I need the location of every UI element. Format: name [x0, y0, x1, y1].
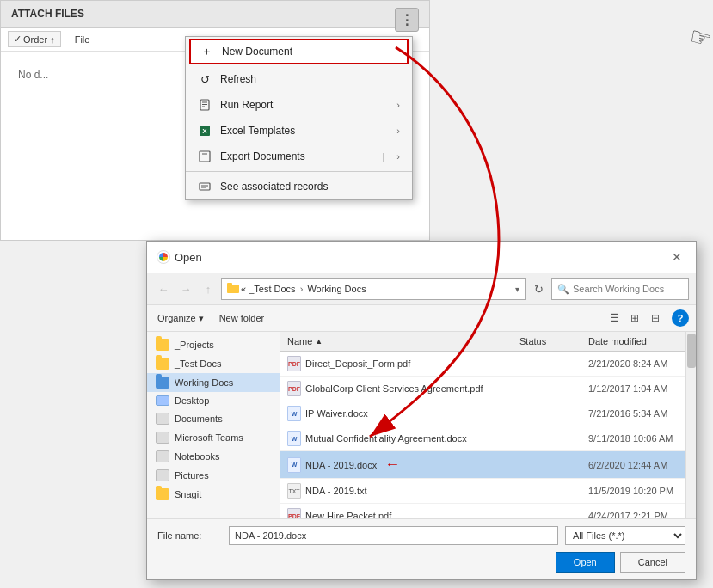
filetype-select[interactable]: All Files (*.*) — [565, 526, 685, 545]
search-input[interactable] — [573, 284, 683, 294]
file-status-cell-1 — [513, 387, 581, 390]
dialog-close-button[interactable]: ✕ — [668, 248, 685, 266]
menu-item-refresh[interactable]: ↺ Refresh — [186, 66, 412, 92]
file-icon-txt-5: TXT — [287, 483, 301, 499]
col-header-status[interactable]: Status — [513, 334, 581, 348]
export-icon — [198, 150, 212, 163]
check-icon: ✓ — [14, 34, 22, 45]
filename-row: File name: All Files (*.*) — [157, 526, 685, 545]
nav-back-button[interactable]: ← — [154, 279, 173, 298]
file-status-cell-0 — [513, 362, 581, 365]
menu-item-new-document[interactable]: ＋ New Document — [189, 39, 409, 64]
folder-icon-desktop — [156, 395, 169, 406]
breadcrumb-sep: › — [298, 284, 306, 294]
sidebar-item-test-docs-label: _Test Docs — [175, 358, 221, 369]
view-controls: ☰ ⊞ ⊟ — [605, 309, 665, 328]
dialog-titlebar: Open ✕ — [147, 242, 696, 273]
file-date-cell-6: 4/24/2017 2:21 PM — [581, 509, 685, 518]
menu-item-export-documents[interactable]: Export Documents | › — [186, 144, 412, 169]
panel-header: ATTACH FILES ⋮ — [1, 1, 429, 28]
file-name-0: Direct_Deposit_Form.pdf — [305, 358, 410, 369]
organize-label: Organize — [157, 313, 196, 323]
excel-icon: X — [198, 124, 212, 138]
col-header-date[interactable]: Date modified — [581, 334, 685, 348]
menu-item-excel-templates[interactable]: X Excel Templates › — [186, 118, 412, 144]
organize-dropdown-icon: ▾ — [199, 313, 204, 324]
file-date-cell-5: 11/5/2019 10:20 PM — [581, 484, 685, 498]
new-folder-button[interactable]: New folder — [214, 311, 270, 325]
file-row-1[interactable]: PDF GlobalCorp Client Services Agreement… — [280, 377, 685, 401]
export-pipe: | — [382, 151, 384, 162]
sidebar-item-test-docs[interactable]: _Test Docs — [147, 354, 280, 373]
col-header-name[interactable]: Name ▲ — [280, 334, 513, 348]
menu-item-run-report[interactable]: Run Report › — [186, 92, 412, 118]
file-status-cell-3 — [513, 437, 581, 440]
dialog-title-text: Open — [175, 251, 202, 264]
search-box[interactable]: 🔍 — [551, 278, 689, 300]
address-breadcrumb: « _Test Docs › Working Docs — [227, 283, 366, 295]
folder-icon-snagit — [156, 488, 169, 500]
plus-icon: ＋ — [200, 45, 213, 58]
sidebar-item-documents[interactable]: Documents — [147, 409, 280, 428]
nav-refresh-button[interactable]: ↻ — [529, 279, 548, 298]
file-col-label: File — [75, 34, 90, 45]
sidebar-item-snagit[interactable]: Snagit — [147, 485, 280, 504]
view-extra-button[interactable]: ⊟ — [646, 309, 665, 328]
col-name-label: Name — [287, 336, 312, 346]
help-button[interactable]: ? — [672, 309, 689, 327]
address-dropdown-arrow[interactable]: ▾ — [515, 285, 519, 294]
refresh-icon: ↺ — [198, 72, 212, 86]
scrollbar[interactable] — [685, 332, 696, 518]
file-row-6[interactable]: PDF New Hire Packet.pdf 4/24/2017 2:21 P… — [280, 504, 685, 518]
file-row-0[interactable]: PDF Direct_Deposit_Form.pdf 2/21/2020 8:… — [280, 352, 685, 377]
sidebar-item-microsoft-teams[interactable]: Microsoft Teams — [147, 428, 280, 447]
folder-icon-teams — [156, 432, 169, 444]
sort-button[interactable]: ✓ Order ↑ — [8, 31, 61, 47]
menu-separator — [186, 171, 412, 172]
svg-rect-14 — [227, 283, 232, 286]
three-dot-button[interactable]: ⋮ — [395, 8, 419, 32]
search-icon: 🔍 — [557, 284, 569, 295]
sidebar-item-notebooks[interactable]: Notebooks — [147, 447, 280, 466]
address-bar[interactable]: « _Test Docs › Working Docs ▾ — [221, 278, 526, 300]
nav-up-button[interactable]: ↑ — [199, 279, 218, 298]
context-menu: ＋ New Document ↺ Refresh Run Report › X … — [185, 36, 413, 200]
sidebar-item-desktop[interactable]: Desktop — [147, 392, 280, 409]
sidebar-item-working-docs[interactable]: Working Docs — [147, 373, 280, 392]
file-row-2[interactable]: W IP Waiver.docx 7/21/2016 5:34 AM — [280, 401, 685, 426]
organize-button[interactable]: Organize ▾ — [154, 311, 207, 326]
menu-item-export-label: Export Documents — [220, 150, 373, 162]
sidebar-item-pictures[interactable]: Pictures — [147, 466, 280, 485]
file-name-cell-6: PDF New Hire Packet.pdf — [280, 506, 513, 518]
file-name-1: GlobalCorp Client Services Agreement.pdf — [305, 383, 483, 394]
sidebar-item-projects[interactable]: _Projects — [147, 335, 280, 354]
report-icon — [198, 98, 212, 112]
cancel-button[interactable]: Cancel — [620, 552, 685, 573]
filename-input[interactable] — [229, 526, 558, 545]
dialog-bottom: File name: All Files (*.*) Open Cancel — [147, 518, 696, 579]
breadcrumb-folder-icon — [227, 283, 239, 295]
file-row-4[interactable]: W NDA - 2019.docx ← 6/2/2020 12:44 AM — [280, 451, 685, 479]
dialog-actions: Open Cancel — [157, 552, 685, 573]
file-row-3[interactable]: W Mutual Confidentiality Agreement.docx … — [280, 426, 685, 451]
file-name-3: Mutual Confidentiality Agreement.docx — [305, 433, 467, 444]
file-date-cell-2: 7/21/2016 5:34 AM — [581, 407, 685, 420]
file-date-cell-3: 9/11/2018 10:06 AM — [581, 432, 685, 445]
col-status-label: Status — [519, 336, 546, 346]
open-button[interactable]: Open — [556, 552, 615, 573]
file-row-5[interactable]: TXT NDA - 2019.txt 11/5/2019 10:20 PM — [280, 479, 685, 504]
file-name-6: New Hire Packet.pdf — [305, 511, 391, 518]
file-date-cell-4: 6/2/2020 12:44 AM — [581, 458, 685, 472]
menu-item-see-associated[interactable]: See associated records — [186, 174, 412, 199]
file-icon-pdf-1: PDF — [287, 381, 301, 396]
sidebar-item-documents-label: Documents — [175, 413, 223, 424]
sidebar-item-desktop-label: Desktop — [175, 395, 209, 406]
file-icon-pdf-6: PDF — [287, 508, 301, 518]
nav-forward-button[interactable]: → — [176, 279, 195, 298]
view-grid-button[interactable]: ⊞ — [625, 309, 644, 328]
svg-rect-9 — [200, 183, 210, 190]
view-details-button[interactable]: ☰ — [605, 309, 624, 328]
file-date-cell-1: 1/12/2017 1:04 AM — [581, 382, 685, 395]
file-name-cell-4: W NDA - 2019.docx ← — [280, 454, 513, 475]
nda-red-arrow-icon: ← — [384, 456, 400, 474]
